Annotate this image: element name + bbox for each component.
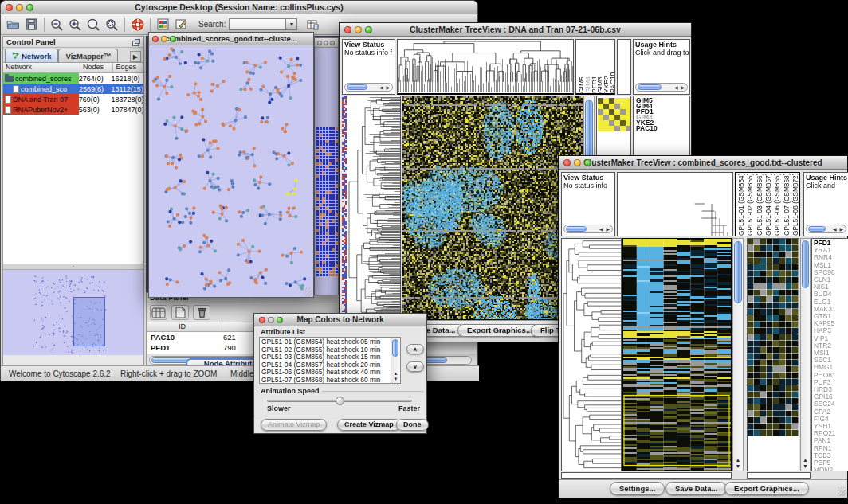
zoom-matrix-cell[interactable] <box>598 120 603 126</box>
attribute-list-item[interactable]: GPL51-07 (GSM868) heat shock 60 min <box>260 377 391 384</box>
vscroll-thumb[interactable] <box>392 339 398 357</box>
scroll-arrows[interactable]: ◀ ▶ <box>833 226 846 232</box>
network-table-col-header[interactable]: Network <box>3 63 80 72</box>
cmb-column-label[interactable]: GPL51-04 (GSM857) <box>764 173 772 236</box>
zoom-matrix-cell[interactable] <box>626 120 631 126</box>
cmb-column-label[interactable]: GPL51-08 (GSM872) <box>791 173 799 236</box>
zoom-matrix-cell[interactable] <box>598 98 603 104</box>
move-down-button[interactable]: ∨ <box>406 361 424 372</box>
zoom-button[interactable] <box>26 4 33 11</box>
zoom-matrix-cell[interactable] <box>626 104 631 109</box>
zoom-matrix-cell[interactable] <box>620 109 626 115</box>
zoom-matrix-cell[interactable] <box>598 126 603 131</box>
zoom-matrix-cell[interactable] <box>614 98 620 104</box>
close-button[interactable] <box>344 26 351 33</box>
zoom-matrix-cell[interactable] <box>614 126 620 131</box>
network-graph-canvas[interactable] <box>149 45 313 296</box>
map-colors-dialog[interactable]: Map Colors to Network Attribute List GPL… <box>253 313 427 434</box>
minimize-button[interactable] <box>324 41 328 45</box>
scroll-thumb[interactable] <box>566 226 587 232</box>
help-icon[interactable] <box>128 16 147 33</box>
cmb-hscroll-right[interactable] <box>747 472 811 479</box>
close-button[interactable] <box>563 159 571 166</box>
vscroll-arrows[interactable]: ▲▼ <box>391 371 400 382</box>
cmb-column-label[interactable]: GPL51-03 (GSM856) <box>756 173 764 236</box>
slider-thumb[interactable] <box>336 397 344 405</box>
scroll-arrows[interactable]: ◀ ▶ <box>599 226 612 232</box>
network-view-window[interactable]: combined_scores_good.txt--cluste... <box>148 32 314 298</box>
animation-speed-slider[interactable] <box>267 400 412 402</box>
zoom-matrix-cell[interactable] <box>603 126 609 131</box>
close-button[interactable] <box>6 4 13 11</box>
dna-column-label[interactable]: GIM3 <box>596 40 602 93</box>
zoom-matrix-cell[interactable] <box>603 115 609 120</box>
network-table-row[interactable]: RNAPuberNov2+563(0)107847(0) <box>3 104 143 115</box>
network-table-col-header[interactable]: Edges <box>113 63 143 72</box>
zoom-matrix-cell[interactable] <box>609 126 614 131</box>
minimize-button[interactable] <box>16 4 23 11</box>
scroll-thumb[interactable] <box>347 84 367 90</box>
zoom-matrix-cell[interactable] <box>626 126 631 131</box>
attribute-list-scrollbar[interactable]: ▲▼ <box>391 338 400 383</box>
zoom-matrix-cell[interactable] <box>609 98 614 104</box>
dna-column-label[interactable]: GIM5 <box>578 40 583 93</box>
background-network-canvas[interactable] <box>315 48 338 295</box>
cmb-row-dendrogram[interactable] <box>561 238 622 471</box>
zoom-matrix-cell[interactable] <box>620 115 626 120</box>
zoom-matrix-cell[interactable] <box>609 104 614 109</box>
table-icon[interactable] <box>150 305 167 320</box>
float-panel-icon[interactable] <box>132 35 140 49</box>
tab-vizmapper[interactable]: VizMapper™ <box>58 49 118 62</box>
attribute-browser-icon[interactable] <box>304 16 322 33</box>
zoom-button[interactable] <box>330 41 335 45</box>
scroll-arrows[interactable]: ◀ ▶ <box>379 84 392 90</box>
scroll-arrows[interactable]: ◀ ▶ <box>674 84 687 90</box>
zoom-out-icon[interactable] <box>48 16 66 33</box>
tab-overflow-arrow[interactable]: ▶ <box>130 51 141 62</box>
zoom-matrix-cell[interactable] <box>614 120 620 126</box>
resize-grip[interactable] <box>838 487 846 496</box>
scroll-thumb[interactable] <box>808 226 826 232</box>
zoom-button[interactable] <box>277 317 283 323</box>
zoom-matrix-cell[interactable] <box>620 126 626 131</box>
cmb-column-label[interactable]: GPL51-06 (GSM865) <box>773 173 781 236</box>
dna-column-dendrogram[interactable] <box>397 39 574 95</box>
minimize-button[interactable] <box>161 36 167 42</box>
dna-column-label[interactable]: GIM4 <box>584 40 590 93</box>
zoom-matrix-cell[interactable] <box>609 115 614 120</box>
zoom-matrix-cell[interactable] <box>626 109 631 115</box>
dna-row-label[interactable]: PAC10 <box>636 126 689 131</box>
tab-network[interactable]: Network <box>5 49 58 62</box>
vizmapper-icon[interactable] <box>154 16 172 33</box>
zoom-in-icon[interactable] <box>66 16 84 33</box>
zoom-matrix-cell[interactable] <box>598 115 603 120</box>
export-graphics-button[interactable]: Export Graphics... <box>457 324 542 337</box>
zoom-fit-icon[interactable] <box>84 16 103 33</box>
zoom-button[interactable] <box>584 159 591 166</box>
background-network-window[interactable] <box>314 37 339 295</box>
network-table-row[interactable]: DNA and Tran 07769(0)183728(0) <box>3 94 143 104</box>
search-input[interactable] <box>229 18 286 30</box>
birdseye-view[interactable] <box>3 269 143 355</box>
treeview-combined-window[interactable]: ClusterMaker TreeView : combined_scores_… <box>558 155 848 498</box>
settings-button[interactable]: Settings... <box>610 482 665 495</box>
cmb-zoom-scrollbar[interactable]: ▲▼ <box>800 238 811 471</box>
attribute-listbox[interactable]: GPL51-01 (GSM854) heat shock 05 minGPL51… <box>259 337 401 384</box>
close-button[interactable] <box>259 317 265 323</box>
zoom-matrix-cell[interactable] <box>598 109 603 115</box>
vscroll-arrows[interactable]: ▲▼ <box>733 457 743 470</box>
close-button[interactable] <box>317 41 322 45</box>
zoom-matrix-cell[interactable] <box>598 104 603 109</box>
zoom-matrix-cell[interactable] <box>609 109 614 115</box>
open-session-icon[interactable] <box>4 16 22 33</box>
zoom-matrix-cell[interactable] <box>603 120 609 126</box>
cmb-zoom-panel[interactable] <box>747 238 799 471</box>
trash-icon[interactable] <box>193 305 210 320</box>
zoom-matrix-cell[interactable] <box>603 109 609 115</box>
resize-grip[interactable] <box>304 287 312 296</box>
dna-zoom-matrix[interactable] <box>598 98 631 131</box>
cmb-global-heatmap[interactable] <box>622 238 732 471</box>
dna-heatmap[interactable] <box>402 96 583 320</box>
document-icon[interactable] <box>171 305 189 320</box>
cmb-hscroll-left[interactable] <box>561 472 732 479</box>
